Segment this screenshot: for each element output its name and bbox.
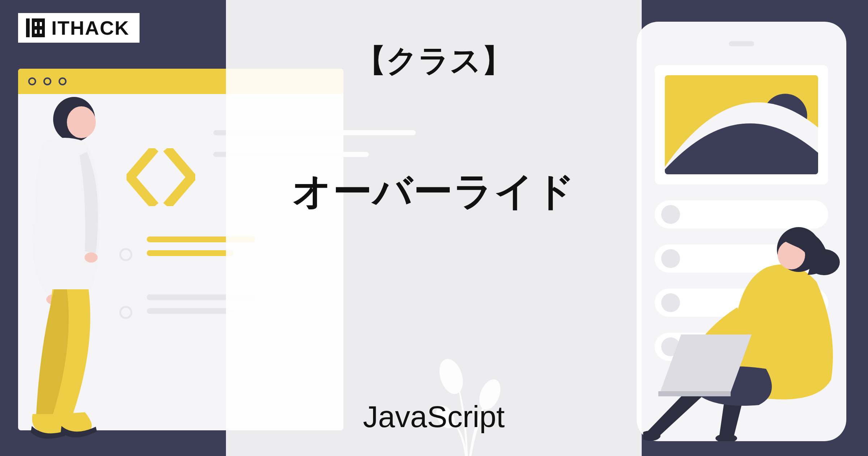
title-card: 【クラス】 オーバーライド JavaScript (226, 0, 642, 456)
bullet-icon (119, 248, 132, 261)
svg-rect-20 (37, 18, 40, 37)
placeholder-line (147, 308, 234, 314)
card-title: オーバーライド (292, 165, 576, 218)
svg-rect-8 (658, 391, 731, 396)
window-dot-icon (28, 77, 36, 85)
svg-point-4 (85, 252, 98, 263)
window-dot-icon (43, 77, 51, 85)
logo-badge: ITHACK (18, 13, 140, 43)
card-subtitle: 【クラス】 (355, 40, 513, 82)
standing-person-illustration (11, 94, 119, 441)
ithack-logo-icon (25, 17, 46, 39)
logo-text: ITHACK (51, 17, 129, 39)
svg-rect-19 (32, 18, 35, 37)
card-footer: JavaScript (363, 399, 505, 434)
landscape-icon (665, 75, 818, 174)
svg-rect-15 (26, 18, 30, 37)
phone-image-card (655, 65, 828, 184)
svg-point-2 (67, 106, 96, 138)
placeholder-line (147, 250, 234, 256)
window-dot-icon (59, 77, 67, 85)
sitting-person-illustration (643, 224, 867, 441)
svg-rect-21 (42, 18, 45, 37)
svg-point-11 (808, 249, 840, 275)
bullet-icon (119, 306, 132, 319)
angle-brackets-icon (127, 148, 195, 206)
